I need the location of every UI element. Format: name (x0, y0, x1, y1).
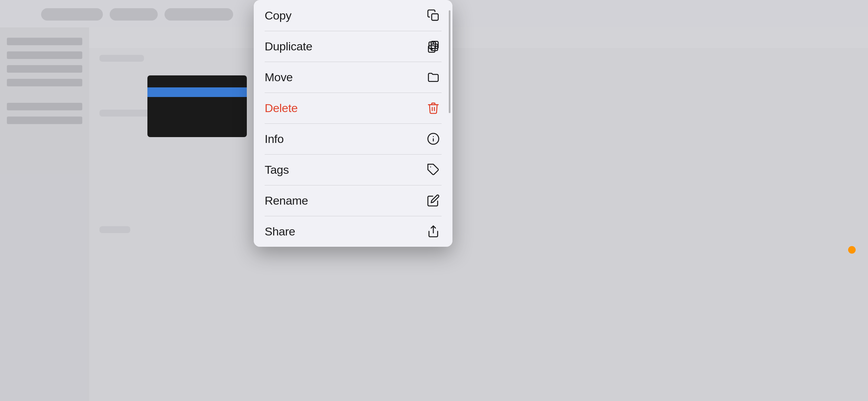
bg-sidebar-item-2 (7, 51, 82, 59)
menu-item-tags[interactable]: Tags (254, 154, 453, 185)
tags-icon (425, 161, 442, 178)
bg-file-label-3 (99, 226, 130, 233)
menu-item-duplicate[interactable]: Duplicate (254, 31, 453, 62)
bg-file-label-1 (99, 55, 144, 62)
wallet-image (147, 75, 247, 137)
menu-item-move[interactable]: Move (254, 62, 453, 93)
delete-label: Delete (265, 101, 298, 115)
menu-item-copy[interactable]: Copy (254, 0, 453, 31)
bg-sidebar-item-1 (7, 38, 82, 45)
share-icon (425, 223, 442, 240)
bg-sidebar-item-5 (7, 103, 82, 110)
svg-rect-0 (432, 14, 438, 20)
bg-sidebar-item-6 (7, 117, 82, 124)
bg-sidebar (0, 27, 89, 401)
duplicate-label: Duplicate (265, 40, 312, 53)
duplicate-icon (425, 38, 442, 54)
menu-item-delete[interactable]: Delete (254, 93, 453, 123)
info-icon (425, 131, 442, 147)
scroll-indicator (449, 10, 450, 113)
tags-label: Tags (265, 163, 289, 177)
bg-tab-3 (165, 8, 233, 21)
copy-icon (425, 7, 442, 24)
menu-item-rename[interactable]: Rename (254, 185, 453, 216)
info-label: Info (265, 132, 284, 146)
move-label: Move (265, 71, 293, 84)
context-menu-list: Copy Duplicate (254, 0, 453, 247)
wallet-stripe (147, 87, 247, 97)
bg-sidebar-item-3 (7, 65, 82, 73)
menu-item-info[interactable]: Info (254, 123, 453, 154)
folder-icon (425, 69, 442, 85)
bg-tab-2 (110, 8, 158, 21)
rename-label: Rename (265, 194, 308, 207)
trash-icon (425, 100, 442, 116)
menu-item-share[interactable]: Share (254, 216, 453, 247)
copy-label: Copy (265, 9, 291, 22)
rename-icon (425, 192, 442, 209)
notification-dot (848, 246, 856, 254)
share-label: Share (265, 225, 295, 238)
bg-sidebar-item-4 (7, 79, 82, 86)
bg-toolbar (89, 27, 868, 48)
context-menu: Copy Duplicate (254, 0, 453, 247)
bg-tab-1 (41, 8, 103, 21)
